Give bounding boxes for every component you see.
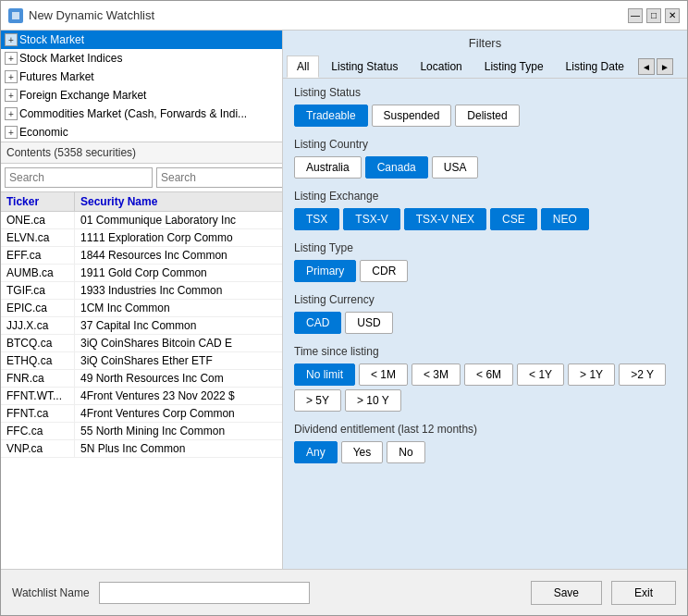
filter-section-title: Listing Country: [294, 138, 676, 151]
watchlist-name-input[interactable]: [99, 582, 311, 604]
filter-btn-5-0[interactable]: No limit: [294, 363, 355, 386]
filter-section-1: Listing CountryAustraliaCanadaUSA: [294, 138, 676, 179]
watchlist-name-label: Watchlist Name: [12, 586, 90, 599]
maximize-button[interactable]: □: [646, 8, 661, 23]
filter-btn-6-1[interactable]: Yes: [341, 441, 384, 463]
name-cell: 01 Communique Laboratory Inc: [75, 212, 282, 228]
filter-button-group: CADUSD: [294, 312, 676, 334]
filter-btn-2-1[interactable]: TSX-V: [343, 208, 399, 230]
tree-expand-icon[interactable]: +: [5, 52, 18, 65]
table-row[interactable]: FFNT.WT...4Front Ventures 23 Nov 2022 $: [1, 388, 282, 405]
tree-item-2[interactable]: +Futures Market: [1, 68, 282, 86]
search-input-2[interactable]: [156, 167, 283, 188]
filter-btn-2-2[interactable]: TSX-V NEX: [404, 208, 486, 230]
tree-item-label: Stock Market Indices: [19, 52, 122, 65]
filter-btn-5-2[interactable]: < 3M: [412, 363, 461, 386]
table-row[interactable]: ONE.ca01 Communique Laboratory Inc: [1, 212, 282, 229]
filter-btn-1-0[interactable]: Australia: [294, 156, 362, 179]
save-button[interactable]: Save: [531, 581, 602, 605]
filter-btn-5-7[interactable]: > 5Y: [294, 389, 341, 412]
filter-tab-2[interactable]: Location: [410, 55, 472, 78]
filter-btn-3-0[interactable]: Primary: [294, 260, 356, 282]
ticker-cell: EPIC.ca: [1, 300, 75, 316]
filter-section-title: Time since listing: [294, 345, 676, 358]
table-row[interactable]: EPIC.ca1CM Inc Common: [1, 300, 282, 317]
filter-btn-0-2[interactable]: Delisted: [455, 105, 519, 127]
filter-tab-4[interactable]: Listing Date: [556, 55, 634, 78]
filter-tab-3[interactable]: Listing Type: [474, 55, 554, 78]
tree-item-1[interactable]: +Stock Market Indices: [1, 49, 282, 68]
filter-btn-2-4[interactable]: NEO: [541, 208, 589, 230]
filter-btn-2-0[interactable]: TSX: [294, 208, 339, 230]
name-cell: 49 North Resources Inc Com: [75, 370, 282, 387]
filter-btn-5-6[interactable]: >2 Y: [619, 363, 666, 386]
filter-section-2: Listing ExchangeTSXTSX-VTSX-V NEXCSENEO: [294, 190, 676, 230]
ticker-cell: VNP.ca: [1, 440, 75, 457]
filter-btn-4-0[interactable]: CAD: [294, 312, 341, 334]
filter-btn-5-5[interactable]: > 1Y: [568, 363, 615, 386]
filter-button-group: AustraliaCanadaUSA: [294, 156, 676, 179]
filter-btn-5-1[interactable]: < 1M: [359, 363, 408, 386]
tab-prev-button[interactable]: ◄: [638, 58, 655, 75]
filter-btn-1-2[interactable]: USA: [432, 156, 479, 179]
table-row[interactable]: VNP.ca5N Plus Inc Common: [1, 440, 282, 458]
tree-expand-icon[interactable]: +: [5, 89, 18, 102]
filter-btn-6-0[interactable]: Any: [294, 441, 338, 463]
table-header: Ticker Security Name: [1, 192, 282, 212]
right-panel: Filters AllListing StatusLocationListing…: [283, 31, 687, 569]
tree-item-5[interactable]: +Economic: [1, 123, 282, 142]
tree-item-label: Commodities Market (Cash, Forwards & Ind…: [19, 107, 247, 120]
tree-expand-icon[interactable]: +: [5, 126, 18, 139]
filter-btn-3-1[interactable]: CDR: [360, 260, 408, 282]
table-row[interactable]: FFNT.ca4Front Ventures Corp Common: [1, 405, 282, 423]
tree-item-4[interactable]: +Commodities Market (Cash, Forwards & In…: [1, 105, 282, 123]
table-row[interactable]: TGIF.ca1933 Industries Inc Common: [1, 282, 282, 300]
name-cell: 3iQ CoinShares Bitcoin CAD E: [75, 335, 282, 351]
window-controls: — □ ✕: [628, 8, 680, 23]
exit-button[interactable]: Exit: [611, 581, 676, 605]
minimize-button[interactable]: —: [628, 8, 643, 23]
search-input-1[interactable]: [5, 167, 153, 188]
tree-expand-icon[interactable]: +: [5, 33, 18, 46]
filters-body: Listing StatusTradeableSuspendedDelisted…: [283, 79, 687, 569]
table-row[interactable]: EFF.ca1844 Resources Inc Common: [1, 247, 282, 265]
filter-section-4: Listing CurrencyCADUSD: [294, 293, 676, 334]
filter-btn-2-3[interactable]: CSE: [490, 208, 537, 230]
filter-btn-1-1[interactable]: Canada: [365, 156, 428, 179]
table-row[interactable]: FNR.ca49 North Resources Inc Com: [1, 370, 282, 388]
filter-btn-5-3[interactable]: < 6M: [464, 363, 513, 386]
name-column-header[interactable]: Security Name: [75, 192, 282, 211]
table-row[interactable]: AUMB.ca1911 Gold Corp Common: [1, 265, 282, 282]
table-row[interactable]: ELVN.ca1111 Exploration Corp Commo: [1, 229, 282, 247]
ticker-cell: FFNT.ca: [1, 405, 75, 422]
filter-button-group: AnyYesNo: [294, 441, 676, 463]
table-row[interactable]: FFC.ca55 North Mining Inc Common: [1, 423, 282, 440]
filter-btn-4-1[interactable]: USD: [345, 312, 392, 334]
name-cell: 1CM Inc Common: [75, 300, 282, 316]
filter-section-title: Listing Exchange: [294, 190, 676, 203]
table-row[interactable]: JJJ.X.ca37 Capital Inc Common: [1, 317, 282, 335]
tree-expand-icon[interactable]: +: [5, 70, 18, 83]
tree-item-0[interactable]: +Stock Market: [1, 31, 282, 49]
tree-section: +Stock Market+Stock Market Indices+Futur…: [1, 31, 282, 142]
tab-next-button[interactable]: ►: [657, 58, 673, 75]
tree-item-3[interactable]: +Foreign Exchange Market: [1, 86, 282, 105]
ticker-column-header[interactable]: Ticker: [1, 192, 75, 211]
filter-btn-5-4[interactable]: < 1Y: [517, 363, 564, 386]
name-cell: 5N Plus Inc Common: [75, 440, 282, 457]
ticker-cell: EFF.ca: [1, 247, 75, 264]
filter-tab-0[interactable]: All: [287, 55, 319, 78]
filter-btn-0-0[interactable]: Tradeable: [294, 105, 368, 127]
ticker-cell: TGIF.ca: [1, 282, 75, 299]
close-button[interactable]: ✕: [665, 8, 680, 23]
filter-section-title: Listing Status: [294, 86, 676, 99]
name-cell: 3iQ CoinShares Ether ETF: [75, 352, 282, 369]
table-row[interactable]: BTCQ.ca3iQ CoinShares Bitcoin CAD E: [1, 335, 282, 352]
filter-section-6: Dividend entitlement (last 12 months)Any…: [294, 423, 676, 463]
table-row[interactable]: ETHQ.ca3iQ CoinShares Ether ETF: [1, 352, 282, 370]
filter-btn-5-8[interactable]: > 10 Y: [345, 389, 401, 412]
filter-tab-1[interactable]: Listing Status: [321, 55, 408, 78]
tree-expand-icon[interactable]: +: [5, 107, 18, 120]
filter-btn-6-2[interactable]: No: [387, 441, 424, 463]
filter-btn-0-1[interactable]: Suspended: [372, 105, 452, 127]
